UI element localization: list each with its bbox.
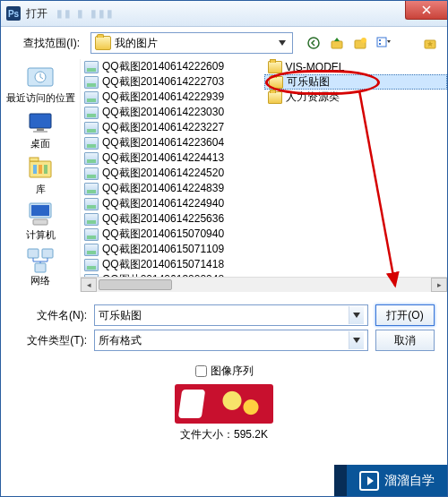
svg-rect-19 — [31, 205, 49, 216]
file-item[interactable]: QQ截图20140614224520 — [81, 166, 264, 181]
file-item[interactable]: QQ截图20140615071109 — [81, 242, 264, 257]
file-name: QQ截图20140614222703 — [102, 74, 224, 90]
svg-rect-22 — [42, 249, 53, 258]
chevron-down-icon — [349, 331, 364, 349]
file-item[interactable]: QQ截图20140615071418 — [81, 257, 264, 272]
sidebar-item-label: 桌面 — [30, 138, 50, 149]
svg-rect-1 — [332, 41, 342, 48]
image-sequence-label: 图像序列 — [211, 364, 254, 379]
desktop-icon — [24, 108, 56, 137]
svg-rect-5 — [379, 39, 381, 41]
file-name: QQ截图20140614223604 — [102, 135, 224, 150]
file-item[interactable]: VIS-MODEL — [264, 59, 448, 74]
open-button[interactable]: 打开(O) — [375, 304, 435, 326]
image-file-icon — [84, 198, 99, 210]
file-item[interactable]: QQ截图20140614224839 — [81, 181, 264, 196]
close-button[interactable] — [405, 1, 447, 20]
sidebar-item-label: 计算机 — [26, 229, 56, 240]
file-list-col2: VIS-MODEL可乐贴图人力资源类 — [264, 59, 448, 292]
sidebar-item-recent[interactable]: 最近访问的位置 — [5, 61, 75, 105]
file-name: QQ截图20140614224413 — [102, 150, 224, 166]
file-size-text: 文件大小：595.2K — [180, 427, 268, 442]
look-in-value: 我的图片 — [115, 36, 276, 51]
file-name: 可乐贴图 — [287, 74, 330, 90]
scrollbar-track[interactable] — [174, 278, 431, 292]
file-item[interactable]: QQ截图20140614223604 — [81, 135, 264, 150]
toolbar: 查找范围(I): 我的图片 — [1, 27, 447, 59]
toolbar-icons — [306, 35, 438, 51]
scrollbar-right-arrow[interactable]: ▸ — [431, 278, 447, 292]
filetype-label: 文件类型(T): — [13, 333, 87, 348]
file-item[interactable]: QQ截图20140614223227 — [81, 120, 264, 135]
up-one-level-icon[interactable] — [329, 35, 345, 51]
scrollbar-thumb[interactable] — [99, 279, 172, 290]
image-file-icon — [84, 183, 99, 195]
image-file-icon — [84, 107, 99, 119]
app-icon: Ps — [6, 6, 21, 21]
svg-rect-16 — [39, 165, 42, 174]
title-ghost-text: ▮▮ ▮ ▮▮▮ — [56, 7, 115, 20]
svg-rect-21 — [28, 249, 39, 258]
file-item[interactable]: QQ截图20140614224413 — [81, 150, 264, 166]
filetype-value: 所有格式 — [99, 333, 349, 348]
sidebar-item-label: 最近访问的位置 — [6, 92, 75, 103]
file-item[interactable]: 人力资源类 — [264, 90, 448, 105]
preview-thumbnail — [175, 384, 273, 424]
image-file-icon — [84, 137, 99, 150]
libraries-icon — [24, 154, 56, 183]
back-icon[interactable] — [306, 35, 322, 51]
file-list[interactable]: QQ截图20140614222609QQ截图20140614222703QQ截图… — [80, 59, 447, 292]
filename-input[interactable]: 可乐贴图 — [94, 304, 368, 326]
sidebar-item-label: 库 — [36, 184, 46, 194]
sidebar-item-libraries[interactable]: 库 — [5, 152, 75, 196]
look-in-combo[interactable]: 我的图片 — [90, 32, 293, 54]
svg-rect-4 — [377, 38, 386, 47]
look-in-label: 查找范围(I): — [10, 36, 85, 51]
file-item[interactable]: QQ截图20140614225636 — [81, 211, 264, 227]
horizontal-scrollbar[interactable]: ◂ ▸ — [81, 277, 447, 292]
file-name: 人力资源类 — [286, 90, 340, 105]
svg-rect-6 — [379, 43, 381, 45]
file-name: QQ截图20140614223227 — [102, 120, 224, 135]
recent-places-icon — [24, 63, 56, 91]
file-item[interactable]: QQ截图20140614224940 — [81, 196, 264, 211]
file-name: QQ截图20140614222939 — [102, 90, 224, 105]
filename-value: 可乐贴图 — [99, 308, 349, 323]
svg-rect-20 — [33, 219, 47, 225]
image-file-icon — [84, 61, 99, 73]
svg-rect-15 — [33, 165, 37, 174]
image-sequence-checkbox[interactable] — [195, 365, 207, 377]
folder-icon — [95, 36, 111, 50]
file-item[interactable]: QQ截图20140614222703 — [81, 74, 264, 90]
file-item[interactable]: QQ截图20140614222609 — [81, 59, 264, 74]
favorites-icon[interactable] — [422, 35, 438, 51]
sidebar-item-desktop[interactable]: 桌面 — [5, 107, 75, 150]
file-name: VIS-MODEL — [286, 61, 345, 73]
folder-icon — [268, 91, 282, 104]
watermark: 溜溜自学 — [347, 465, 447, 496]
new-folder-icon[interactable] — [352, 35, 368, 51]
sidebar-item-network[interactable]: 网络 — [5, 244, 75, 287]
file-name: QQ截图20140614222609 — [102, 59, 224, 74]
filename-row: 文件名(N): 可乐贴图 打开(O) — [13, 304, 435, 326]
view-menu-icon[interactable] — [375, 35, 392, 51]
sidebar-item-computer[interactable]: 计算机 — [5, 198, 75, 242]
chevron-down-icon — [349, 306, 364, 324]
file-item[interactable]: QQ截图20140614222939 — [81, 90, 264, 105]
file-name: QQ截图20140614224940 — [102, 196, 224, 211]
file-item[interactable]: 可乐贴图 — [264, 74, 448, 90]
svg-rect-23 — [35, 263, 46, 272]
cancel-button[interactable]: 取消 — [375, 330, 435, 351]
image-file-icon — [84, 76, 99, 89]
filetype-select[interactable]: 所有格式 — [94, 330, 368, 351]
chevron-down-icon — [276, 34, 289, 52]
svg-point-0 — [308, 38, 319, 48]
file-item[interactable]: QQ截图20140614223030 — [81, 105, 264, 120]
svg-rect-10 — [30, 114, 51, 128]
open-dialog-window: Ps 打开 ▮▮ ▮ ▮▮▮ 查找范围(I): 我的图片 — [0, 0, 448, 497]
scrollbar-left-arrow[interactable]: ◂ — [81, 278, 97, 292]
svg-rect-17 — [44, 165, 47, 174]
image-file-icon — [84, 167, 99, 180]
file-item[interactable]: QQ截图20140615070940 — [81, 227, 264, 242]
svg-rect-14 — [30, 158, 39, 161]
